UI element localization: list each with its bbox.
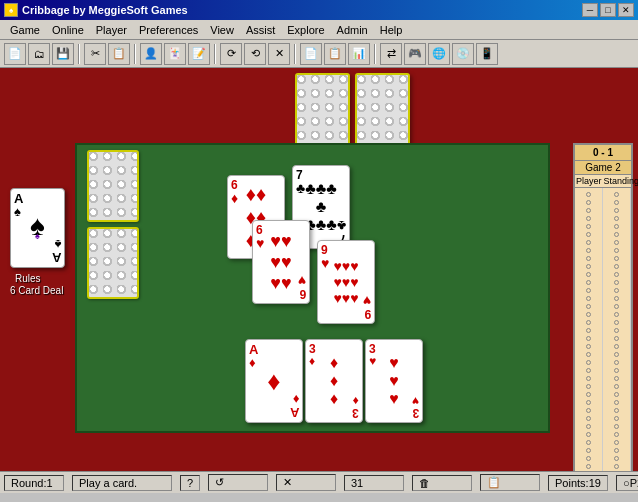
menu-view[interactable]: View [204, 22, 240, 38]
tb-game[interactable]: 🎮 [404, 43, 426, 65]
scoreboard: 0 - 1 Game 2 Player Standing [573, 143, 633, 488]
crib-card-1 [87, 150, 139, 222]
titlebar-title: Cribbage by MeggieSoft Games [22, 4, 188, 16]
tb-online[interactable]: 🌐 [428, 43, 450, 65]
status-trash[interactable]: 🗑 [412, 475, 472, 491]
status-round: Round:1 [4, 475, 64, 491]
score-dot [586, 248, 591, 253]
menu-preferences[interactable]: Preferences [133, 22, 204, 38]
player-ace-of-spades[interactable]: A♠ A♠ ♠ ♠ [10, 188, 65, 268]
score-dot [614, 328, 619, 333]
score-dot [586, 424, 591, 429]
status-message: Play a card. [72, 475, 172, 491]
tb-disk[interactable]: 💿 [452, 43, 474, 65]
score-dot [586, 368, 591, 373]
score-dot [614, 288, 619, 293]
score-dot [586, 296, 591, 301]
minimize-button[interactable]: ─ [582, 3, 598, 17]
score-dot [614, 264, 619, 269]
score-dot [614, 248, 619, 253]
crib-card-2 [87, 227, 139, 299]
tb-player1[interactable]: 👤 [140, 43, 162, 65]
score-col2-label: Standing [603, 175, 638, 187]
toolbar: 📄 🗂 💾 ✂ 📋 👤 🃏 📝 ⟳ ⟲ ✕ 📄 📋 📊 ⇄ 🎮 🌐 💿 📱 [0, 40, 638, 68]
player-card-3d[interactable]: 3♦ 3♦ ♦♦♦ [305, 339, 363, 423]
score-dot [614, 224, 619, 229]
score-dot [614, 456, 619, 461]
play-card-9h[interactable]: 9♥ 9♥ ♥♥♥♥♥♥♥♥♥ [317, 240, 375, 324]
play-card-6h[interactable]: 6♥ 6♥ ♥♥♥♥♥♥ [252, 220, 310, 304]
score-standing-col [603, 188, 631, 478]
tb-phone[interactable]: 📱 [476, 43, 498, 65]
menu-admin[interactable]: Admin [331, 22, 374, 38]
score-dot [614, 360, 619, 365]
score-dot [614, 376, 619, 381]
score-dot [586, 376, 591, 381]
score-dot [614, 232, 619, 237]
menu-explore[interactable]: Explore [281, 22, 330, 38]
score-dot [586, 280, 591, 285]
score-dot [614, 384, 619, 389]
menu-assist[interactable]: Assist [240, 22, 281, 38]
score-dot [614, 216, 619, 221]
status-cancel[interactable]: ✕ [276, 474, 336, 491]
titlebar-left: ♠ Cribbage by MeggieSoft Games [4, 3, 188, 17]
tb-new[interactable]: 📄 [4, 43, 26, 65]
score-dot [586, 256, 591, 261]
score-dot [586, 288, 591, 293]
score-dot [586, 232, 591, 237]
score-dot [586, 464, 591, 469]
tb-cut[interactable]: ✂ [84, 43, 106, 65]
status-undo[interactable]: ↺ [208, 474, 268, 491]
score-dot [614, 464, 619, 469]
score-dot [586, 336, 591, 341]
score-dot [586, 344, 591, 349]
score-dot [614, 424, 619, 429]
tb-open[interactable]: 🗂 [28, 43, 50, 65]
menu-game[interactable]: Game [4, 22, 46, 38]
score-dot [614, 344, 619, 349]
tb-player2[interactable]: 🃏 [164, 43, 186, 65]
tb-arrows[interactable]: ⇄ [380, 43, 402, 65]
status-clipboard[interactable]: 📋 [480, 474, 540, 491]
rules-label: Rules [15, 273, 41, 284]
player-card-ad[interactable]: A♦ A♦ ♦ [245, 339, 303, 423]
score-dot [586, 208, 591, 213]
tb-refresh2[interactable]: ⟲ [244, 43, 266, 65]
score-dot [586, 200, 591, 205]
titlebar: ♠ Cribbage by MeggieSoft Games ─ □ ✕ [0, 0, 638, 20]
menu-player[interactable]: Player [90, 22, 133, 38]
score-dot [614, 192, 619, 197]
comp-card-1 [295, 73, 350, 148]
titlebar-controls[interactable]: ─ □ ✕ [582, 3, 634, 17]
score-dot [614, 432, 619, 437]
player-card-3h[interactable]: 3♥ 3♥ ♥♥♥ [365, 339, 423, 423]
score-dot [586, 192, 591, 197]
close-button[interactable]: ✕ [618, 3, 634, 17]
maximize-button[interactable]: □ [600, 3, 616, 17]
tb-save[interactable]: 💾 [52, 43, 74, 65]
deal-label: 6 Card Deal [10, 285, 63, 296]
menu-help[interactable]: Help [374, 22, 409, 38]
score-dot [586, 224, 591, 229]
tb-copy[interactable]: 📋 [108, 43, 130, 65]
score-dot [586, 440, 591, 445]
score-dot [586, 416, 591, 421]
score-dot [586, 328, 591, 333]
tb-doc[interactable]: 📄 [300, 43, 322, 65]
score-dot [614, 408, 619, 413]
score-dot [586, 352, 591, 357]
score-player-col [575, 188, 603, 478]
tb-cancel[interactable]: ✕ [268, 43, 290, 65]
tb-chart[interactable]: 📊 [348, 43, 370, 65]
tb-clipboard[interactable]: 📋 [324, 43, 346, 65]
app-icon: ♠ [4, 3, 18, 17]
status-31[interactable]: 31 [344, 475, 404, 491]
score-dot [614, 320, 619, 325]
score-col1-label: Player [575, 175, 603, 187]
score-dot [586, 360, 591, 365]
tb-notes[interactable]: 📝 [188, 43, 210, 65]
tb-refresh1[interactable]: ⟳ [220, 43, 242, 65]
menu-online[interactable]: Online [46, 22, 90, 38]
status-help[interactable]: ? [180, 475, 200, 491]
